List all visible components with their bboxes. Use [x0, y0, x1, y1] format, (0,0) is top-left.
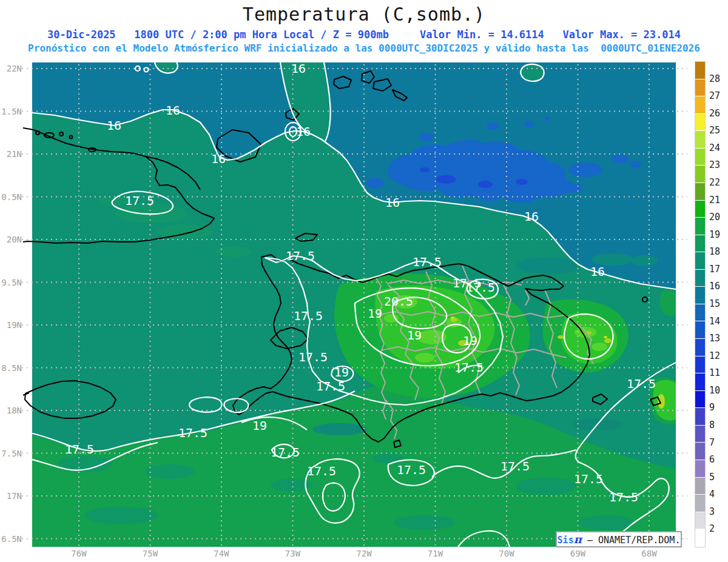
lat-tick-label: 0.5N [1, 192, 22, 202]
colorbar-tick-label: 19 [709, 229, 728, 240]
isotherm-value-label: 17.5 [298, 350, 328, 364]
colorbar-tick-label: 20 [709, 212, 728, 222]
lat-tick-label: 1.5N [1, 107, 22, 116]
colorbar-tick-label: 12 [709, 350, 728, 361]
isotherm-value-label: 17.5 [307, 464, 336, 478]
isotherm-value-label: 19 [407, 328, 422, 343]
lat-tick-label: 21N [7, 149, 22, 159]
colorbar-tick-label: 25 [709, 125, 728, 136]
isotherm-value-label: 17.5 [627, 376, 656, 391]
colorbar-tick-label: 7 [709, 437, 728, 448]
colorbar-segment [695, 252, 705, 270]
colorbar-tick-label: 26 [709, 108, 728, 119]
colorbar-tick-label: 6 [709, 454, 728, 465]
colorbar-segment [695, 62, 705, 79]
isotherm-value-label: 17.5 [609, 490, 638, 504]
colorbar-tick-label: 13 [709, 333, 728, 344]
colorbar-segment [695, 339, 705, 356]
colorbar-segment [695, 149, 705, 166]
colorbar-tick-label: 3 [709, 506, 728, 517]
colorbar-segment [695, 426, 705, 443]
lon-tick-label: 74W [214, 549, 229, 558]
lon-tick-label: 70W [499, 549, 514, 558]
isotherm-value-label: 17.5 [316, 379, 345, 393]
colorbar-tick-label: 15 [709, 298, 728, 309]
colorbar-tick-label: 21 [709, 195, 728, 206]
colorbar-tick-label: 8 [709, 420, 728, 430]
isotherm-value-label: 17.5 [294, 309, 323, 323]
colorbar-segment [695, 114, 705, 132]
colorbar-tick-label: 22 [709, 177, 728, 188]
colorbar-tick-label: 27 [709, 90, 728, 101]
isotherm-value-label: 17.5 [65, 442, 94, 457]
colorbar-segment [695, 391, 705, 409]
isotherm-value-label: 17.5 [466, 280, 495, 295]
isotherm-value-label: 19 [368, 306, 382, 321]
pi-logo-glyph: π [574, 533, 582, 546]
colorbar-segment [695, 287, 705, 304]
colorbar-tick-label: 2 [709, 523, 728, 534]
colorbar-tick-label: 17 [709, 264, 728, 275]
colorbar-tick-label: 5 [709, 472, 728, 483]
lon-tick-label: 68W [641, 549, 657, 558]
colorbar-segment [695, 495, 705, 512]
colorbar-tick-label: 23 [709, 159, 728, 170]
temperature-colorbar [695, 61, 706, 547]
isotherm-value-label: 16 [590, 264, 605, 279]
colorbar-segment [695, 304, 705, 322]
isotherm-value-label: 16 [211, 152, 226, 166]
lon-tick-label: 71W [428, 549, 443, 558]
colorbar-segment [695, 460, 705, 478]
credit-box: Sisπ – ONAMET/REP.DOM. [556, 531, 682, 547]
colorbar-segment [695, 131, 705, 149]
lat-tick-label: 9.5N [1, 278, 22, 287]
colorbar-tick-label: 9 [709, 402, 728, 413]
isotherm-value-label: 16 [524, 209, 539, 224]
temperature-map: 22N1.5N21N0.5N20N9.5N19N8.5N18N7.5N17N6.… [0, 0, 728, 562]
isotherm-value-label: 16 [166, 103, 180, 118]
isotherm-value-label: 17.5 [574, 472, 603, 486]
isotherm-value-label: 19 [334, 365, 349, 380]
lat-tick-label: 17N [7, 491, 22, 501]
isotherm-value-label: 17.5 [178, 426, 207, 440]
isotherm-value-label: 16 [291, 61, 306, 76]
colorbar-segment [695, 166, 705, 183]
sis-logo-text: Sis [558, 535, 574, 546]
colorbar-tick-label: 24 [709, 142, 728, 153]
colorbar-segment [695, 356, 705, 374]
lat-tick-label: 7.5N [1, 449, 22, 458]
lat-tick-label: 19N [7, 320, 22, 330]
colorbar-segment [695, 218, 705, 235]
colorbar-segment [695, 183, 705, 201]
lon-tick-label: 72W [356, 549, 372, 558]
colorbar-segment [695, 373, 705, 391]
colorbar-segment [695, 235, 705, 253]
lon-tick-label: 73W [285, 549, 301, 558]
colorbar-tick-label: 4 [709, 489, 728, 500]
colorbar-segment [695, 529, 705, 547]
isotherm-value-label: 16 [107, 118, 121, 133]
lon-tick-label: 75W [143, 549, 158, 558]
colorbar-tick-label: 28 [709, 73, 728, 84]
lat-tick-label: 18N [7, 406, 22, 415]
isotherm-value-label: 17.5 [271, 445, 300, 460]
colorbar-segment [695, 270, 705, 287]
colorbar-tick-label: 16 [709, 281, 728, 292]
isotherm-value-label: 17.5 [286, 249, 315, 263]
isotherm-value-label: 17.5 [397, 463, 426, 477]
colorbar-segment [695, 321, 705, 339]
isotherm-value-label: 17.5 [125, 193, 154, 208]
lat-tick-label: 22N [7, 64, 22, 73]
isotherm-value-label: 16 [385, 195, 400, 210]
lon-tick-label: 76W [71, 549, 87, 558]
colorbar-segment [695, 408, 705, 426]
colorbar-segment [695, 443, 705, 460]
colorbar-segment [695, 79, 705, 97]
colorbar-tick-label: 18 [709, 246, 728, 257]
colorbar-tick-label: 11 [709, 367, 728, 378]
isotherm-value-label: 19 [252, 418, 267, 433]
isotherm-value-label: 20.5 [384, 294, 413, 309]
lat-tick-label: 6.5N [1, 534, 22, 544]
isotherm-value-label: 16 [296, 124, 311, 139]
colorbar-segment [695, 201, 705, 218]
